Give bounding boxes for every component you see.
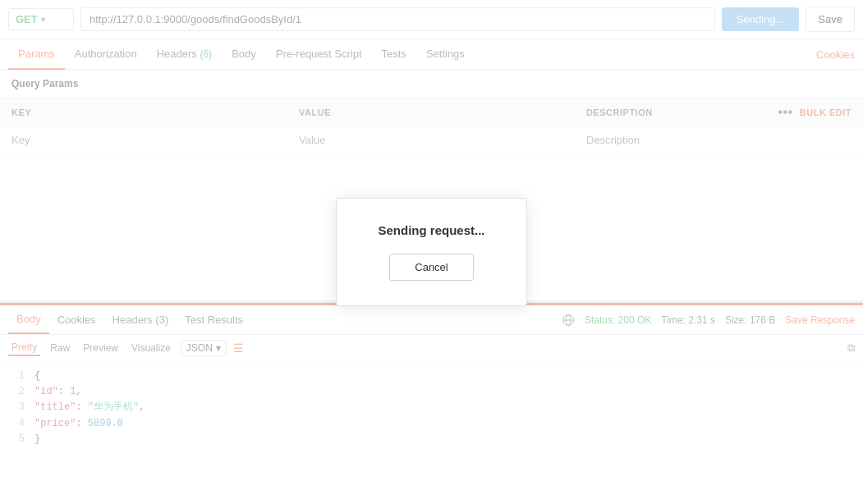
sending-modal: Sending request... Cancel [336,198,526,306]
sending-modal-title: Sending request... [378,223,484,237]
cancel-button[interactable]: Cancel [389,254,473,281]
sending-overlay: Sending request... Cancel [0,0,863,504]
